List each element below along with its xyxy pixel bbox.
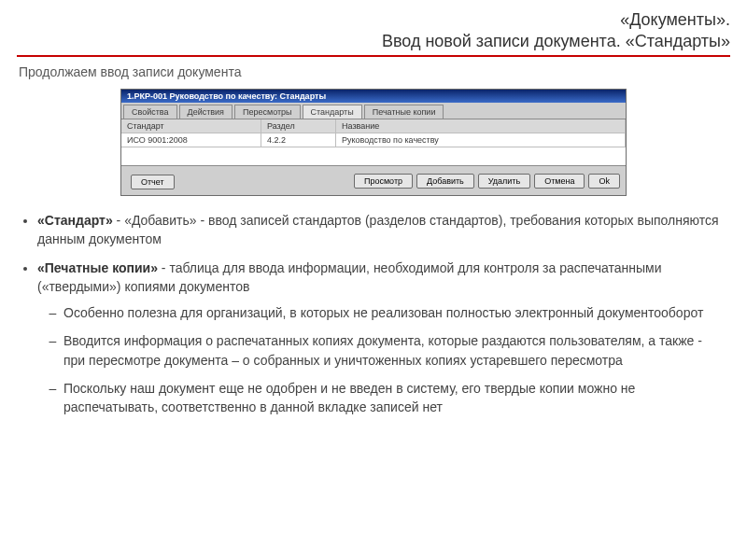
grid-body: ИСО 9001:2008 4.2.2 Руководство по качес… (121, 133, 626, 166)
app-window: 1.РКР-001 Руководство по качеству: Станд… (120, 89, 627, 196)
cancel-button[interactable]: Отмена (534, 174, 585, 189)
col-standard: Стандарт (121, 119, 261, 133)
header-line-1: «Документы». (17, 9, 730, 31)
sub-list: Особенно полезна для организаций, в кото… (63, 303, 725, 416)
cell-name: Руководство по качеству (336, 133, 626, 147)
header-line-2: Ввод новой записи документа. «Стандарты» (17, 31, 730, 52)
tab-printed-copies[interactable]: Печатные копии (364, 105, 444, 119)
page-subtitle: Продолжаем ввод записи документа (19, 64, 730, 79)
report-button[interactable]: Отчет (131, 175, 175, 189)
add-button[interactable]: Добавить (416, 174, 474, 189)
bold-printed-copies: «Печатные копии» (37, 260, 158, 275)
table-row[interactable]: ИСО 9001:2008 4.2.2 Руководство по качес… (121, 133, 626, 147)
col-name: Название (336, 119, 626, 133)
list-item: Вводится информация о распечатанных копи… (63, 331, 725, 370)
tab-standards[interactable]: Стандарты (303, 105, 362, 119)
window-footer: Отчет Просмотр Добавить Удалить Отмена O… (121, 166, 626, 195)
tab-revisions[interactable]: Пересмотры (234, 105, 301, 119)
list-item: «Стандарт» - «Добавить» - ввод записей с… (37, 211, 725, 249)
delete-button[interactable]: Удалить (478, 174, 530, 189)
window-tabs: Свойства Действия Пересмотры Стандарты П… (121, 103, 626, 119)
tab-actions[interactable]: Действия (179, 105, 233, 119)
cell-standard: ИСО 9001:2008 (121, 133, 261, 147)
col-section: Раздел (261, 119, 336, 133)
list-item: «Печатные копии» - таблица для ввода инф… (37, 259, 725, 417)
tab-properties[interactable]: Свойства (123, 105, 177, 119)
bold-standard: «Стандарт» (37, 213, 113, 228)
grid-header: Стандарт Раздел Название (121, 119, 626, 133)
page-header: «Документы». Ввод новой записи документа… (17, 9, 730, 51)
list-item: Особенно полезна для организаций, в кото… (63, 303, 725, 322)
cell-section: 4.2.2 (261, 133, 336, 147)
content-list: «Стандарт» - «Добавить» - ввод записей с… (37, 211, 725, 417)
list-item: Поскольку наш документ еще не одобрен и … (63, 379, 725, 417)
ok-button[interactable]: Ok (588, 174, 620, 189)
text: - «Добавить» - ввод записей стандартов (… (37, 213, 719, 246)
view-button[interactable]: Просмотр (354, 174, 413, 189)
header-divider (17, 55, 730, 57)
window-title-bar: 1.РКР-001 Руководство по качеству: Станд… (121, 90, 626, 103)
